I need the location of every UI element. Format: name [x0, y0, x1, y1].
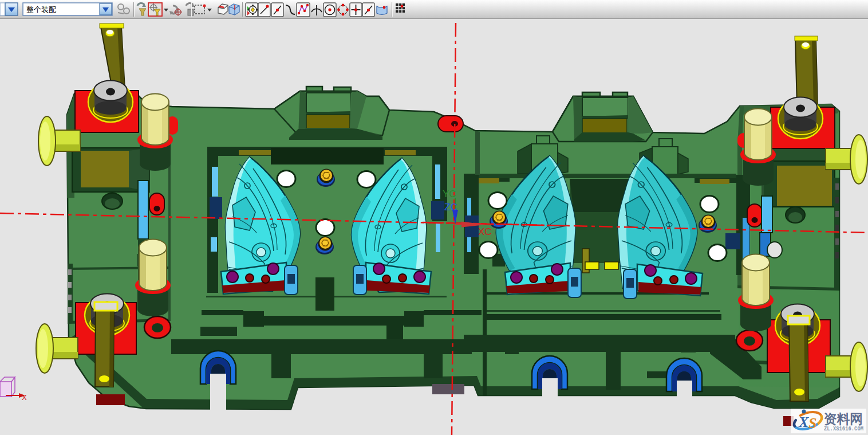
svg-text:XC: XC: [478, 226, 492, 237]
svg-text:X: X: [798, 414, 809, 430]
svg-text:ZC: ZC: [444, 202, 457, 213]
svg-text:YC: YC: [443, 189, 456, 199]
svg-text:资料网: 资料网: [824, 412, 863, 426]
svg-text:ZL.XS1616.COM: ZL.XS1616.COM: [824, 426, 863, 432]
svg-text:X: X: [22, 393, 27, 402]
svg-text:S: S: [808, 415, 816, 432]
svg-text:整个装配: 整个装配: [26, 5, 56, 14]
